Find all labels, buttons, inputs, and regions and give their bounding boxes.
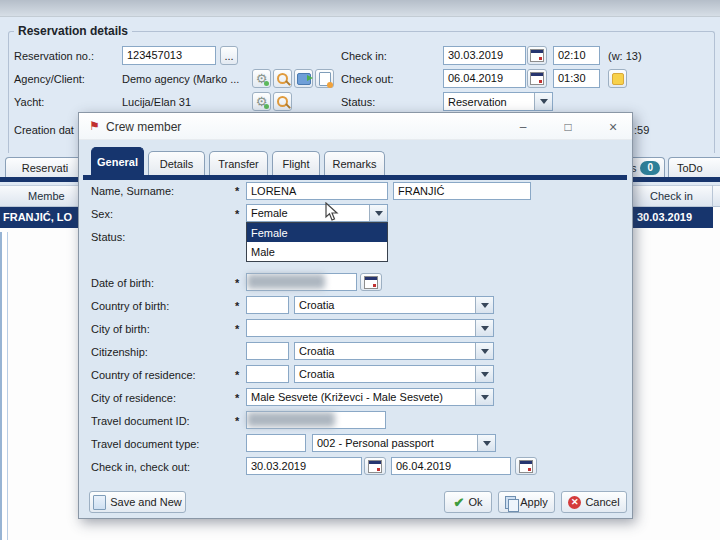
status-value: Reservation bbox=[448, 96, 507, 108]
dropdown-button[interactable] bbox=[475, 297, 493, 313]
yacht-edit-button[interactable]: ⚙ bbox=[252, 92, 271, 111]
yacht-search-button[interactable] bbox=[273, 92, 292, 111]
transfer-icon bbox=[297, 73, 311, 85]
country-of-residence-code-input[interactable] bbox=[246, 365, 289, 383]
row-gap bbox=[713, 207, 720, 228]
cancel-icon: ✕ bbox=[568, 496, 581, 509]
country-of-residence-select[interactable]: Croatia bbox=[294, 365, 494, 383]
country-of-residence-label: Country of residence: bbox=[91, 369, 196, 381]
city-of-birth-select[interactable] bbox=[246, 319, 494, 337]
country-of-birth-select[interactable]: Croatia bbox=[294, 296, 494, 314]
required-marker: * bbox=[235, 369, 239, 381]
required-marker: * bbox=[235, 185, 239, 197]
agency-document-button[interactable] bbox=[315, 69, 334, 88]
name-surname-label: Name, Surname: bbox=[91, 185, 174, 197]
dropdown-button[interactable] bbox=[475, 389, 493, 405]
dropdown-button[interactable] bbox=[369, 205, 387, 221]
required-marker: * bbox=[235, 208, 239, 220]
citizenship-select[interactable]: Croatia bbox=[294, 342, 494, 360]
check-out-label: Check out: bbox=[341, 73, 394, 85]
dropdown-button[interactable] bbox=[475, 343, 493, 359]
yacht-label: Yacht: bbox=[14, 96, 44, 108]
date-of-birth-calendar-button[interactable] bbox=[360, 273, 382, 291]
calendar-icon bbox=[519, 460, 533, 473]
last-name-input[interactable]: FRANJIĆ bbox=[393, 182, 531, 200]
crew-check-in-calendar-button[interactable] bbox=[364, 457, 386, 475]
required-marker: * bbox=[235, 323, 239, 335]
check-out-calendar-button[interactable] bbox=[527, 69, 547, 88]
member-row-checkin: 30.03.2019 bbox=[637, 211, 692, 223]
tab-todo[interactable]: ToDo bbox=[668, 157, 720, 177]
tab-reservation[interactable]: Reservati bbox=[5, 157, 85, 177]
travel-document-type-label: Travel document type: bbox=[91, 438, 199, 450]
dropdown-button[interactable] bbox=[475, 366, 493, 382]
save-icon bbox=[93, 495, 106, 510]
dialog-title: Crew member bbox=[106, 120, 181, 134]
cancel-button[interactable]: ✕ Cancel bbox=[561, 491, 627, 513]
mouse-cursor bbox=[325, 202, 339, 222]
travel-document-type-select[interactable]: 002 - Personal passport bbox=[312, 434, 496, 452]
agency-edit-button[interactable]: ⚙ bbox=[252, 69, 271, 88]
chevron-down-icon bbox=[481, 326, 489, 331]
dropdown-option-male[interactable]: Male bbox=[247, 242, 387, 261]
crew-check-out-date-input[interactable]: 06.04.2019 bbox=[391, 457, 511, 475]
agency-search-button[interactable] bbox=[273, 69, 292, 88]
top-window-strip bbox=[0, 0, 720, 17]
note-button[interactable] bbox=[608, 69, 627, 88]
check-in-calendar-button[interactable] bbox=[527, 46, 547, 65]
check-out-time-input[interactable]: 01:30 bbox=[553, 69, 600, 88]
dropdown-option-female[interactable]: Female bbox=[247, 223, 387, 242]
country-of-birth-code-input[interactable] bbox=[246, 296, 289, 314]
document-icon bbox=[319, 72, 331, 86]
redacted-document-id bbox=[247, 412, 335, 427]
apply-button[interactable]: Apply bbox=[498, 491, 555, 513]
gear-icon: ⚙ bbox=[256, 72, 268, 85]
minimize-button[interactable]: – bbox=[512, 118, 534, 136]
travel-document-type-value: 002 - Personal passport bbox=[317, 437, 434, 449]
dropdown-button[interactable] bbox=[534, 93, 552, 110]
crew-check-out-calendar-button[interactable] bbox=[515, 457, 537, 475]
chevron-down-icon bbox=[481, 303, 489, 308]
travel-document-id-label: Travel document ID: bbox=[91, 415, 190, 427]
crew-member-dialog: ⚑ Crew member – □ × General Details Tran… bbox=[78, 112, 633, 519]
dropdown-button[interactable] bbox=[475, 320, 493, 336]
tab-remarks[interactable]: Remarks bbox=[324, 151, 385, 175]
maximize-button[interactable]: □ bbox=[557, 118, 579, 136]
check-out-date-input[interactable]: 06.04.2019 bbox=[443, 69, 526, 88]
search-icon bbox=[277, 73, 288, 84]
reservation-no-label: Reservation no.: bbox=[14, 50, 94, 62]
chevron-down-icon bbox=[375, 211, 383, 216]
sex-dropdown-list: Female Male bbox=[246, 222, 388, 262]
city-of-residence-value: Male Sesvete (Križevci - Male Sesvete) bbox=[251, 391, 443, 403]
checkin-column-header[interactable]: Check in bbox=[650, 190, 693, 202]
check-in-out-label: Check in, check out: bbox=[91, 461, 190, 473]
required-marker: * bbox=[235, 277, 239, 289]
yacht-value: Lucija/Elan 31 bbox=[122, 96, 191, 108]
tab-general[interactable]: General bbox=[91, 147, 144, 175]
citizenship-value: Croatia bbox=[299, 345, 334, 357]
members-column-header[interactable]: Membe bbox=[28, 190, 65, 202]
ok-button[interactable]: ✔ Ok bbox=[444, 491, 492, 513]
chevron-down-icon bbox=[483, 441, 491, 446]
citizenship-code-input[interactable] bbox=[246, 342, 289, 360]
check-in-date-input[interactable]: 30.03.2019 bbox=[443, 46, 526, 65]
week-number-label: (w: 13) bbox=[608, 50, 642, 62]
sex-select[interactable]: Female bbox=[246, 204, 388, 222]
close-button[interactable]: × bbox=[602, 118, 624, 136]
agency-transfer-button[interactable] bbox=[294, 69, 313, 88]
travel-document-type-code-input[interactable] bbox=[246, 434, 306, 452]
tab-transfer[interactable]: Transfer bbox=[209, 151, 268, 175]
status-select[interactable]: Reservation bbox=[443, 92, 553, 111]
check-in-time-input[interactable]: 02:10 bbox=[553, 46, 600, 65]
reservation-no-input[interactable]: 123457013 bbox=[122, 46, 216, 65]
tab-details[interactable]: Details bbox=[148, 151, 205, 175]
crew-check-in-date-input[interactable]: 30.03.2019 bbox=[246, 457, 362, 475]
city-of-residence-select[interactable]: Male Sesvete (Križevci - Male Sesvete) bbox=[246, 388, 494, 406]
member-row-name: FRANJIĆ, LO bbox=[3, 211, 72, 223]
save-and-new-button[interactable]: Save and New bbox=[89, 491, 186, 513]
tab-flight[interactable]: Flight bbox=[272, 151, 320, 175]
note-icon bbox=[612, 73, 624, 85]
reservation-no-browse-button[interactable]: ... bbox=[220, 46, 238, 65]
first-name-input[interactable]: LORENA bbox=[246, 182, 388, 200]
dropdown-button[interactable] bbox=[477, 435, 495, 451]
